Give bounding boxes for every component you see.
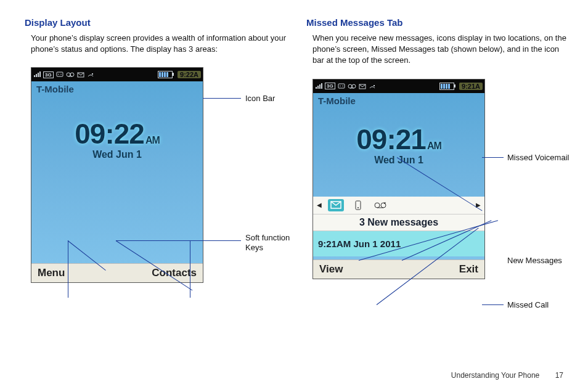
intro-left: Your phone’s display screen provides a w… (31, 33, 288, 55)
icon-bar: 3G 9:21A (313, 80, 484, 93)
battery-icon (439, 83, 454, 90)
tab-missed-voicemail[interactable] (372, 199, 388, 211)
right-column: Missed Messages Tab When you receive new… (306, 17, 570, 283)
network-3g-icon: 3G (325, 83, 335, 89)
callout-line (68, 240, 68, 298)
svg-point-9 (348, 84, 352, 88)
intro-right: When you receive new messages, icons dis… (312, 33, 570, 67)
signal-icon (33, 71, 41, 78)
carrier-label: T-Mobile (36, 84, 74, 94)
network-3g-icon: 3G (43, 71, 54, 78)
callout-line (482, 304, 504, 305)
svg-point-3 (67, 73, 70, 76)
im-icon (338, 83, 345, 89)
left-column: Display Layout Your phone’s display scre… (25, 17, 288, 283)
svg-point-4 (70, 73, 74, 76)
page-number: 17 (555, 371, 563, 380)
svg-point-1 (58, 74, 59, 75)
callout-icon-bar: Icon Bar (245, 94, 275, 103)
signal-icon (315, 83, 322, 89)
tab-missed-call[interactable] (350, 199, 366, 211)
callout-missed-voicemail: Missed Voicemail (507, 153, 569, 162)
time-ampm: AM (145, 135, 160, 145)
statusbar-clock: 9:22A (178, 71, 201, 78)
callout-soft-keys: Soft function Keys (245, 233, 301, 253)
svg-rect-6 (338, 84, 345, 88)
carrier-label: T-Mobile (318, 96, 356, 106)
soft-key-right[interactable]: Exit (459, 263, 478, 276)
heading-display-layout: Display Layout (25, 17, 288, 28)
callout-line (203, 98, 241, 99)
notification-heading: 3 New messages (313, 214, 484, 231)
callout-line (482, 157, 504, 158)
soft-key-left[interactable]: View (319, 263, 343, 276)
soft-key-bar: View Exit (313, 259, 484, 279)
voicemail-icon (66, 71, 75, 78)
heading-missed-messages: Missed Messages Tab (306, 17, 570, 28)
icon-bar: 3G 9:22A (31, 68, 203, 81)
missed-call-icon (369, 83, 376, 89)
time-digits: 09:21 (356, 123, 426, 155)
time-ampm: AM (427, 141, 441, 151)
footer-section: Understanding Your Phone (451, 371, 539, 380)
callout-line (116, 240, 241, 241)
missed-call-icon (87, 71, 94, 78)
page-footer: Understanding Your Phone 17 (451, 371, 563, 380)
tab-new-message[interactable] (328, 199, 344, 211)
callout-new-messages: New Messages (507, 256, 562, 265)
svg-point-14 (357, 207, 359, 208)
callout-missed-call: Missed Call (507, 300, 549, 309)
svg-point-7 (340, 85, 341, 86)
date-label: Wed Jun 1 (313, 155, 484, 166)
svg-rect-0 (57, 72, 63, 76)
missed-messages-tab: ◀ ▶ 3 New messages 9:21AM Jun 1 20 (313, 197, 484, 256)
date-label: Wed Jun 1 (31, 149, 203, 160)
phone-screenshot-left: 3G 9:22A T-Mobile 09:22AM (31, 67, 203, 283)
chevron-left-icon[interactable]: ◀ (317, 202, 322, 208)
statusbar-clock: 9:21A (459, 83, 483, 90)
svg-point-8 (342, 85, 343, 86)
svg-point-10 (352, 84, 356, 88)
message-icon (359, 83, 366, 89)
notification-tab-row: ◀ ▶ (313, 197, 484, 214)
im-icon (56, 71, 63, 78)
svg-point-15 (375, 203, 380, 208)
soft-key-left[interactable]: Menu (38, 267, 65, 279)
voicemail-icon (348, 83, 356, 89)
message-icon (77, 71, 84, 78)
svg-point-2 (60, 74, 62, 75)
battery-icon (158, 71, 173, 78)
home-wallpaper: T-Mobile 09:22AM Wed Jun 1 (31, 81, 203, 263)
time-digits: 09:22 (75, 118, 144, 150)
